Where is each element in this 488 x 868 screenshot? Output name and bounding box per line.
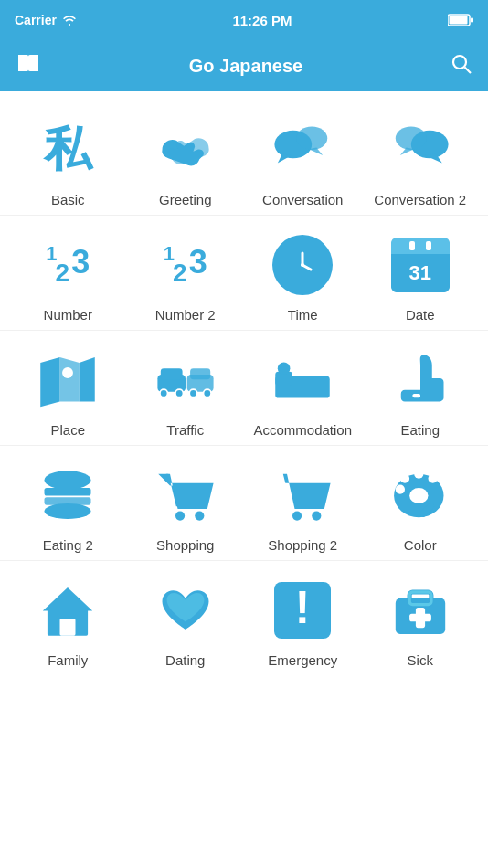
svg-point-43 (312, 511, 321, 520)
category-greeting-label: Greeting (159, 192, 212, 207)
svg-rect-22 (161, 368, 183, 379)
category-traffic[interactable]: Traffic (135, 347, 236, 438)
category-time[interactable]: Time (252, 232, 353, 323)
svg-marker-41 (276, 474, 331, 509)
svg-rect-26 (190, 368, 210, 379)
category-traffic-label: Traffic (166, 422, 204, 438)
grid-row-2: 123 Number 123 Number 2 Tim (0, 216, 488, 331)
svg-point-27 (189, 389, 197, 397)
grid-row-5: Family Dating ! Emergency (0, 561, 488, 675)
carrier-label: Carrier (15, 13, 57, 27)
category-grid: 私 Basic Greeting (0, 91, 488, 693)
svg-marker-17 (41, 357, 60, 407)
svg-marker-18 (60, 357, 80, 401)
category-greeting[interactable]: Greeting (135, 117, 236, 207)
svg-point-48 (414, 470, 423, 479)
category-conversation2-label: Conversation 2 (374, 192, 466, 207)
svg-point-3 (453, 56, 466, 69)
category-emergency[interactable]: ! Emergency (252, 577, 353, 668)
category-shopping2[interactable]: Shopping 2 (252, 462, 353, 553)
wifi-icon (62, 15, 77, 26)
svg-marker-12 (400, 147, 414, 155)
nav-title: Go Japanese (189, 56, 303, 77)
svg-point-16 (301, 263, 304, 267)
category-shopping2-label: Shopping 2 (268, 537, 337, 553)
category-date-label: Date (406, 307, 435, 323)
status-time: 11:26 PM (232, 13, 292, 28)
status-left: Carrier (15, 13, 77, 27)
category-number2-label: Number 2 (155, 307, 216, 323)
category-eating2-label: Eating 2 (43, 537, 93, 553)
svg-text:!: ! (295, 587, 310, 632)
svg-point-28 (203, 389, 211, 397)
grid-row-4: Eating 2 Shopping (0, 446, 488, 561)
category-conversation[interactable]: Conversation (252, 117, 353, 207)
svg-point-34 (45, 471, 91, 489)
category-place-label: Place (50, 422, 85, 438)
svg-point-11 (396, 127, 427, 151)
svg-rect-1 (450, 16, 468, 25)
category-conversation2[interactable]: Conversation 2 (370, 117, 471, 207)
svg-rect-59 (409, 614, 431, 622)
category-place[interactable]: Place (17, 347, 118, 438)
category-dating[interactable]: Dating (135, 577, 236, 668)
battery-icon (448, 14, 473, 26)
category-accommodation-label: Accommodation (253, 422, 352, 438)
category-dating-label: Dating (165, 652, 205, 668)
search-icon[interactable] (451, 54, 472, 78)
status-bar: Carrier 11:26 PM (0, 0, 488, 40)
svg-rect-53 (60, 619, 76, 636)
svg-marker-19 (80, 357, 95, 401)
svg-point-46 (396, 485, 405, 494)
category-family[interactable]: Family (17, 577, 118, 668)
svg-point-49 (428, 474, 437, 483)
category-eating-label: Eating (400, 422, 440, 438)
svg-point-42 (292, 511, 302, 520)
svg-point-23 (160, 389, 168, 397)
category-emergency-label: Emergency (268, 652, 337, 668)
svg-point-7 (296, 127, 327, 151)
category-color[interactable]: Color (370, 462, 471, 553)
category-time-label: Time (288, 307, 318, 323)
category-date[interactable]: 31 Date (370, 232, 471, 323)
category-eating[interactable]: Eating (370, 347, 471, 438)
svg-point-39 (175, 511, 185, 520)
svg-rect-2 (471, 18, 473, 23)
svg-point-45 (409, 488, 428, 503)
category-number[interactable]: 123 Number (17, 232, 118, 323)
category-basic-label: Basic (51, 192, 85, 207)
category-basic[interactable]: 私 Basic (17, 117, 118, 207)
category-number2[interactable]: 123 Number 2 (135, 232, 236, 323)
svg-marker-6 (278, 153, 292, 163)
category-number-label: Number (44, 307, 92, 323)
svg-point-31 (278, 362, 291, 375)
status-right (448, 14, 473, 26)
svg-point-47 (400, 474, 409, 483)
svg-rect-35 (45, 488, 91, 496)
grid-row-1: 私 Basic Greeting (0, 101, 488, 216)
category-color-label: Color (404, 537, 437, 553)
book-icon[interactable] (16, 53, 40, 79)
svg-line-4 (464, 68, 471, 74)
svg-marker-51 (43, 587, 92, 611)
category-sick[interactable]: Sick (370, 577, 471, 668)
svg-point-37 (45, 503, 91, 519)
category-eating2[interactable]: Eating 2 (17, 462, 118, 553)
category-shopping-label: Shopping (156, 537, 214, 553)
svg-point-40 (195, 511, 204, 520)
category-sick-label: Sick (408, 652, 433, 668)
nav-bar: Go Japanese (0, 40, 488, 91)
svg-text:?: ? (310, 359, 320, 378)
svg-point-24 (175, 389, 184, 397)
category-accommodation[interactable]: ? Accommodation (252, 347, 353, 438)
svg-rect-33 (412, 394, 420, 397)
category-shopping[interactable]: Shopping (135, 462, 236, 553)
grid-row-3: Place Traffic (0, 331, 488, 446)
category-family-label: Family (48, 652, 88, 668)
svg-marker-8 (309, 147, 323, 155)
category-conversation-label: Conversation (262, 192, 343, 207)
